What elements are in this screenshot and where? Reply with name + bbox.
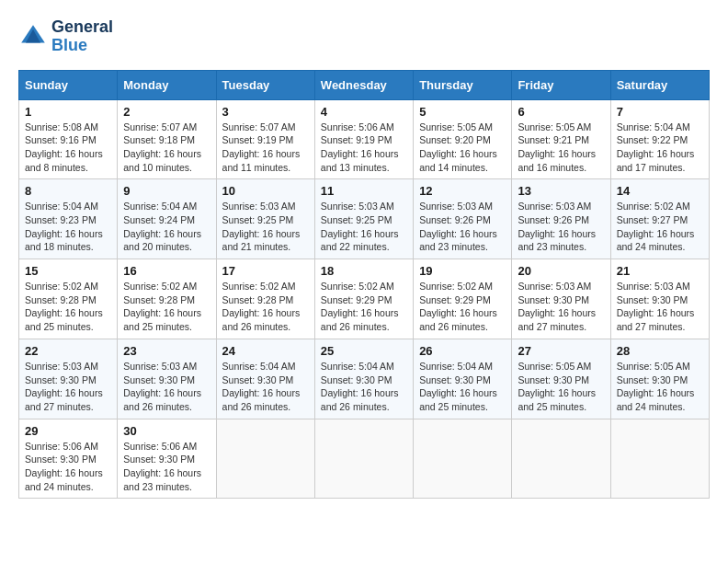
- day-number: 17: [222, 264, 309, 278]
- sunset-text: Sunset: 9:19 PM: [321, 133, 407, 147]
- day-number: 4: [321, 105, 407, 119]
- day-number: 25: [321, 344, 407, 358]
- page-header: General Blue: [18, 18, 710, 55]
- day-info: Sunrise: 5:03 AM Sunset: 9:25 PM Dayligh…: [321, 200, 407, 254]
- sunset-text: Sunset: 9:30 PM: [222, 373, 309, 387]
- daylight-text: Daylight: 16 hours and 20 minutes.: [123, 227, 210, 254]
- daylight-text: Daylight: 16 hours and 23 minutes.: [518, 227, 604, 254]
- sunset-text: Sunset: 9:30 PM: [25, 373, 111, 387]
- daylight-text: Daylight: 16 hours and 25 minutes.: [518, 386, 604, 413]
- day-number: 23: [123, 344, 210, 358]
- calendar-cell: 13 Sunrise: 5:03 AM Sunset: 9:26 PM Dayl…: [512, 179, 610, 259]
- calendar-cell: 30 Sunrise: 5:06 AM Sunset: 9:30 PM Dayl…: [118, 419, 216, 499]
- sunset-text: Sunset: 9:30 PM: [123, 453, 210, 466]
- sunset-text: Sunset: 9:25 PM: [321, 213, 407, 227]
- sunrise-text: Sunrise: 5:06 AM: [321, 121, 407, 134]
- logo: General Blue: [18, 18, 113, 55]
- calendar-table: SundayMondayTuesdayWednesdayThursdayFrid…: [18, 70, 710, 500]
- daylight-text: Daylight: 16 hours and 27 minutes.: [617, 306, 703, 333]
- daylight-text: Daylight: 16 hours and 25 minutes.: [123, 306, 210, 333]
- day-number: 30: [123, 424, 210, 438]
- sunrise-text: Sunrise: 5:08 AM: [25, 121, 111, 134]
- sunrise-text: Sunrise: 5:02 AM: [123, 280, 210, 293]
- sunset-text: Sunset: 9:30 PM: [617, 293, 703, 307]
- calendar-cell: 15 Sunrise: 5:02 AM Sunset: 9:28 PM Dayl…: [19, 259, 118, 339]
- day-number: 10: [222, 184, 309, 198]
- day-number: 14: [617, 184, 703, 198]
- day-info: Sunrise: 5:04 AM Sunset: 9:30 PM Dayligh…: [321, 360, 407, 414]
- daylight-text: Daylight: 16 hours and 22 minutes.: [321, 227, 407, 254]
- day-info: Sunrise: 5:02 AM Sunset: 9:28 PM Dayligh…: [222, 280, 309, 334]
- day-number: 9: [123, 184, 210, 198]
- header-tuesday: Tuesday: [216, 70, 314, 99]
- sunrise-text: Sunrise: 5:03 AM: [25, 360, 111, 373]
- day-info: Sunrise: 5:03 AM Sunset: 9:26 PM Dayligh…: [518, 200, 604, 254]
- sunrise-text: Sunrise: 5:05 AM: [518, 121, 604, 134]
- day-info: Sunrise: 5:03 AM Sunset: 9:26 PM Dayligh…: [419, 200, 506, 254]
- daylight-text: Daylight: 16 hours and 26 minutes.: [321, 306, 407, 333]
- day-info: Sunrise: 5:05 AM Sunset: 9:30 PM Dayligh…: [617, 360, 703, 414]
- day-info: Sunrise: 5:03 AM Sunset: 9:25 PM Dayligh…: [222, 200, 309, 254]
- day-info: Sunrise: 5:03 AM Sunset: 9:30 PM Dayligh…: [123, 360, 210, 414]
- sunrise-text: Sunrise: 5:07 AM: [222, 121, 309, 134]
- calendar-cell: 25 Sunrise: 5:04 AM Sunset: 9:30 PM Dayl…: [314, 339, 413, 419]
- day-number: 20: [518, 264, 604, 278]
- sunset-text: Sunset: 9:26 PM: [518, 213, 604, 227]
- daylight-text: Daylight: 16 hours and 10 minutes.: [123, 147, 210, 174]
- day-number: 12: [419, 184, 506, 198]
- daylight-text: Daylight: 16 hours and 26 minutes.: [321, 386, 407, 413]
- sunrise-text: Sunrise: 5:05 AM: [419, 121, 506, 134]
- calendar-cell: 1 Sunrise: 5:08 AM Sunset: 9:16 PM Dayli…: [19, 99, 118, 179]
- calendar-cell: 9 Sunrise: 5:04 AM Sunset: 9:24 PM Dayli…: [118, 179, 216, 259]
- sunrise-text: Sunrise: 5:03 AM: [222, 200, 309, 213]
- calendar-body: 1 Sunrise: 5:08 AM Sunset: 9:16 PM Dayli…: [19, 99, 710, 499]
- day-number: 13: [518, 184, 604, 198]
- sunrise-text: Sunrise: 5:04 AM: [123, 200, 210, 213]
- calendar-week-4: 22 Sunrise: 5:03 AM Sunset: 9:30 PM Dayl…: [19, 339, 710, 419]
- daylight-text: Daylight: 16 hours and 16 minutes.: [518, 147, 604, 174]
- calendar-cell: [216, 419, 314, 499]
- day-info: Sunrise: 5:04 AM Sunset: 9:22 PM Dayligh…: [617, 121, 703, 175]
- sunrise-text: Sunrise: 5:04 AM: [321, 360, 407, 373]
- daylight-text: Daylight: 16 hours and 26 minutes.: [222, 306, 309, 333]
- calendar-cell: 26 Sunrise: 5:04 AM Sunset: 9:30 PM Dayl…: [414, 339, 512, 419]
- daylight-text: Daylight: 16 hours and 26 minutes.: [419, 306, 506, 333]
- daylight-text: Daylight: 16 hours and 24 minutes.: [25, 466, 111, 493]
- day-number: 22: [25, 344, 111, 358]
- calendar-cell: [610, 419, 709, 499]
- daylight-text: Daylight: 16 hours and 26 minutes.: [222, 386, 309, 413]
- header-thursday: Thursday: [414, 70, 512, 99]
- day-info: Sunrise: 5:03 AM Sunset: 9:30 PM Dayligh…: [617, 280, 703, 334]
- day-info: Sunrise: 5:04 AM Sunset: 9:23 PM Dayligh…: [25, 200, 111, 254]
- calendar-cell: 23 Sunrise: 5:03 AM Sunset: 9:30 PM Dayl…: [118, 339, 216, 419]
- logo-text: General Blue: [51, 18, 113, 55]
- day-info: Sunrise: 5:04 AM Sunset: 9:30 PM Dayligh…: [419, 360, 506, 414]
- day-info: Sunrise: 5:06 AM Sunset: 9:19 PM Dayligh…: [321, 121, 407, 175]
- sunrise-text: Sunrise: 5:02 AM: [25, 280, 111, 293]
- day-info: Sunrise: 5:05 AM Sunset: 9:21 PM Dayligh…: [518, 121, 604, 175]
- daylight-text: Daylight: 16 hours and 13 minutes.: [321, 147, 407, 174]
- daylight-text: Daylight: 16 hours and 18 minutes.: [25, 227, 111, 254]
- calendar-cell: 11 Sunrise: 5:03 AM Sunset: 9:25 PM Dayl…: [314, 179, 413, 259]
- day-number: 2: [123, 105, 210, 119]
- day-info: Sunrise: 5:05 AM Sunset: 9:30 PM Dayligh…: [518, 360, 604, 414]
- daylight-text: Daylight: 16 hours and 24 minutes.: [617, 227, 703, 254]
- calendar-cell: 12 Sunrise: 5:03 AM Sunset: 9:26 PM Dayl…: [414, 179, 512, 259]
- sunset-text: Sunset: 9:21 PM: [518, 133, 604, 147]
- calendar-cell: [314, 419, 413, 499]
- calendar-cell: 4 Sunrise: 5:06 AM Sunset: 9:19 PM Dayli…: [314, 99, 413, 179]
- sunrise-text: Sunrise: 5:04 AM: [617, 121, 703, 134]
- day-number: 5: [419, 105, 506, 119]
- daylight-text: Daylight: 16 hours and 23 minutes.: [419, 227, 506, 254]
- sunrise-text: Sunrise: 5:03 AM: [419, 200, 506, 213]
- day-info: Sunrise: 5:02 AM Sunset: 9:28 PM Dayligh…: [123, 280, 210, 334]
- day-number: 28: [617, 344, 703, 358]
- sunset-text: Sunset: 9:30 PM: [617, 373, 703, 387]
- sunset-text: Sunset: 9:30 PM: [321, 373, 407, 387]
- sunset-text: Sunset: 9:30 PM: [123, 373, 210, 387]
- calendar-cell: 19 Sunrise: 5:02 AM Sunset: 9:29 PM Dayl…: [414, 259, 512, 339]
- sunset-text: Sunset: 9:30 PM: [419, 373, 506, 387]
- sunrise-text: Sunrise: 5:03 AM: [518, 200, 604, 213]
- sunset-text: Sunset: 9:23 PM: [25, 213, 111, 227]
- sunrise-text: Sunrise: 5:07 AM: [123, 121, 210, 134]
